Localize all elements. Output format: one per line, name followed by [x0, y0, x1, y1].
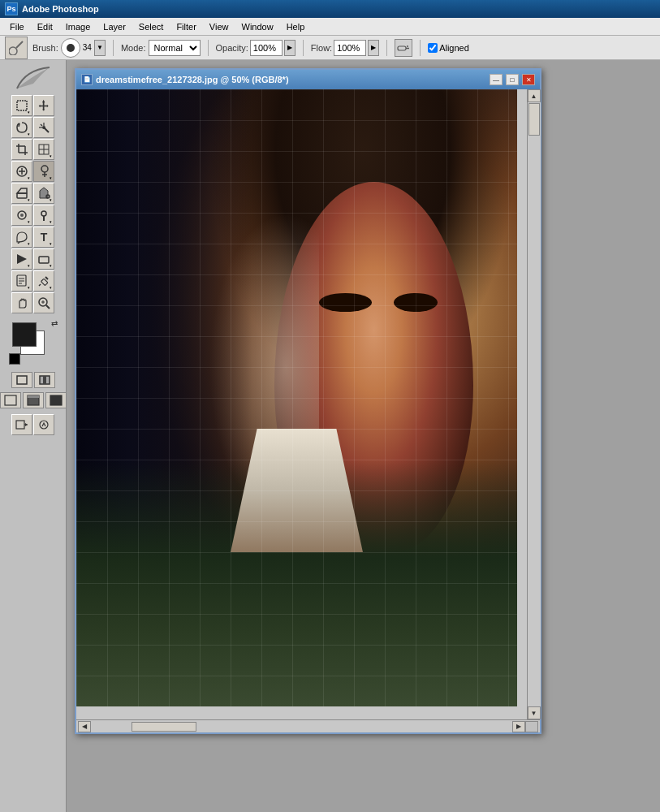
menu-filter[interactable]: Filter: [170, 20, 202, 33]
svg-line-42: [39, 284, 41, 286]
tool-eraser[interactable]: ▾: [11, 183, 32, 204]
document-maximize-button[interactable]: □: [506, 74, 519, 85]
menu-view[interactable]: View: [203, 20, 235, 33]
document-scrollbar-bottom: ◀ ▶: [76, 719, 540, 732]
brush-preview[interactable]: [61, 38, 80, 58]
svg-marker-27: [17, 188, 27, 193]
flow-arrow[interactable]: ▶: [368, 40, 379, 56]
tool-path-select[interactable]: ▾: [11, 248, 32, 270]
tool-type[interactable]: T ▾: [33, 227, 54, 248]
svg-rect-5: [17, 101, 27, 110]
menu-layer[interactable]: Layer: [97, 20, 132, 33]
scroll-thumb-bottom[interactable]: [132, 722, 196, 732]
svg-point-31: [20, 214, 24, 217]
menu-image[interactable]: Image: [59, 20, 97, 33]
tool-notes[interactable]: ▾: [11, 270, 32, 292]
full-screen-button[interactable]: [45, 392, 67, 408]
document-minimize-button[interactable]: —: [490, 74, 503, 85]
flow-value[interactable]: 100%: [334, 40, 366, 56]
foreground-color-swatch[interactable]: [12, 322, 37, 347]
svg-line-11: [41, 124, 42, 126]
tool-clone[interactable]: ▾: [33, 161, 54, 182]
aligned-option[interactable]: Aligned: [428, 43, 469, 53]
document-title-bar[interactable]: 📄 dreamstimefree_2127328.jpg @ 50% (RGB/…: [76, 70, 540, 89]
menu-select[interactable]: Select: [132, 20, 170, 33]
canvas-inner[interactable]: [76, 89, 540, 719]
tool-marquee-rect[interactable]: ▾: [11, 95, 32, 116]
menu-edit[interactable]: Edit: [31, 20, 59, 33]
opacity-value[interactable]: 100%: [250, 40, 283, 56]
flow-control-group: Flow: 100% ▶: [311, 40, 379, 56]
tool-crop[interactable]: [11, 139, 32, 160]
tool-slice[interactable]: ▾: [33, 139, 54, 160]
quick-mask-button[interactable]: [34, 372, 55, 388]
tool-pen[interactable]: ▾: [11, 227, 32, 248]
photo-eye-left: [319, 293, 372, 312]
tool-row-8: ▾ ▾: [11, 248, 54, 270]
svg-rect-43: [41, 279, 47, 285]
toolbox: ▾ ▾: [0, 60, 67, 812]
scroll-corner: [525, 721, 538, 732]
tool-hand[interactable]: [11, 292, 32, 313]
scroll-up-button[interactable]: ▲: [528, 89, 541, 102]
aligned-checkbox[interactable]: [428, 43, 438, 53]
scroll-track-right: [528, 102, 541, 706]
airbrush-button[interactable]: [395, 39, 412, 57]
toolbox-header: [9, 63, 58, 93]
scroll-left-button[interactable]: ◀: [78, 721, 91, 732]
scroll-right-button[interactable]: ▶: [512, 721, 525, 732]
flow-label: Flow:: [311, 43, 332, 53]
svg-point-32: [41, 211, 46, 216]
document-icon: 📄: [81, 74, 93, 85]
menu-file[interactable]: File: [3, 20, 31, 33]
divider-3: [303, 40, 304, 56]
divider-4: [386, 40, 387, 56]
divider-1: [113, 40, 114, 56]
default-colors-button[interactable]: [9, 353, 20, 365]
tool-shape[interactable]: ▾: [33, 248, 54, 270]
document-scrollbar-right: ▲ ▼: [527, 89, 540, 719]
jump-to-imageready-button[interactable]: [11, 414, 32, 435]
full-screen-menu-button[interactable]: [23, 392, 44, 408]
scroll-thumb-right[interactable]: [528, 103, 540, 136]
app-icon: Ps: [5, 2, 18, 15]
svg-rect-55: [16, 421, 24, 429]
extra-tool[interactable]: [33, 414, 54, 435]
tool-dodge[interactable]: ▾: [33, 205, 54, 226]
tool-magic-wand[interactable]: [33, 117, 54, 138]
tool-move[interactable]: [33, 95, 54, 116]
menu-window[interactable]: Window: [235, 20, 280, 33]
tool-paint-bucket[interactable]: ▾: [33, 183, 54, 204]
opacity-arrow[interactable]: ▶: [284, 40, 295, 56]
canvas-image[interactable]: [76, 89, 517, 706]
main-area: ▾ ▾: [0, 60, 660, 812]
opacity-control-group: Opacity: 100% ▶: [216, 40, 295, 56]
tool-zoom[interactable]: [33, 292, 54, 313]
document-close-button[interactable]: ✕: [522, 74, 535, 85]
tool-blur[interactable]: ▾: [11, 205, 32, 226]
menu-help[interactable]: Help: [280, 20, 312, 33]
document-window: 📄 dreamstimefree_2127328.jpg @ 50% (RGB/…: [75, 68, 541, 734]
screen-mode-row: [0, 392, 67, 408]
aligned-label: Aligned: [439, 43, 469, 53]
brush-control-group: Brush: 34 ▼: [32, 38, 106, 58]
divider-5: [420, 40, 421, 56]
current-tool-icon: [5, 37, 28, 59]
jump-to-imageready-row: [11, 414, 54, 435]
tool-eyedropper[interactable]: ▾: [33, 270, 54, 292]
svg-rect-50: [43, 376, 46, 384]
standard-mode-button[interactable]: [11, 372, 32, 388]
standard-screen-button[interactable]: [0, 392, 21, 408]
divider-2: [208, 40, 209, 56]
svg-point-4: [407, 45, 408, 47]
switch-colors-button[interactable]: ⇄: [51, 319, 58, 328]
tool-row-9: ▾ ▾: [11, 270, 54, 292]
brush-size-dropdown[interactable]: ▼: [94, 40, 106, 56]
scroll-down-button[interactable]: ▼: [528, 706, 541, 719]
mode-select[interactable]: Normal Multiply Screen: [149, 40, 201, 56]
tool-heal[interactable]: ▾: [11, 161, 32, 182]
tool-row-1: ▾: [11, 95, 54, 116]
svg-point-58: [40, 421, 48, 429]
tool-lasso[interactable]: ▾: [11, 117, 32, 138]
color-swatch-area: ⇄: [9, 319, 58, 365]
